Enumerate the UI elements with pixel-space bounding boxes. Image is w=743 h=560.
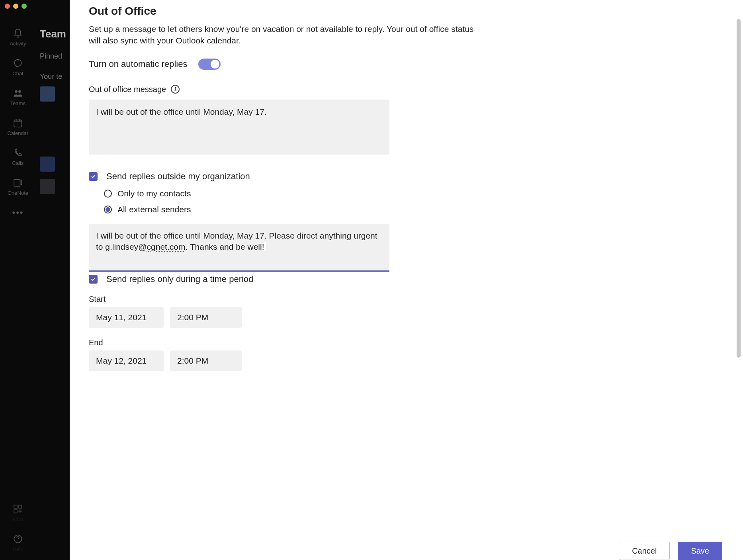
more-icon: •••	[12, 207, 23, 218]
close-window-icon[interactable]	[5, 4, 10, 9]
help-icon	[12, 533, 23, 544]
onenote-icon	[12, 177, 23, 188]
svg-rect-3	[14, 120, 22, 127]
chat-icon	[12, 58, 23, 69]
rail-more[interactable]: •••	[12, 207, 23, 218]
out-of-office-dialog: Out of Office Set up a message to let ot…	[70, 0, 743, 560]
rail-label: OneNote	[8, 190, 28, 196]
info-icon[interactable]: i	[171, 85, 180, 94]
phone-icon	[12, 147, 23, 159]
svg-rect-5	[14, 505, 17, 508]
save-button[interactable]: Save	[678, 542, 722, 560]
rail-label: Chat	[12, 70, 23, 76]
end-date-picker[interactable]: May 12, 2021	[89, 350, 164, 371]
send-outside-label: Send replies outside my organization	[106, 171, 250, 182]
time-period-label: Send replies only during a time period	[106, 274, 253, 284]
ext-msg-misspelled: cgnet.com	[147, 242, 186, 251]
background-app: Activity Chat Teams Calendar	[0, 0, 70, 560]
dialog-title: Out of Office	[89, 5, 491, 18]
radio-all-external-label: All external senders	[117, 205, 191, 214]
svg-point-2	[18, 90, 21, 93]
rail-label: Teams	[10, 100, 25, 106]
bg-yourteams-label: Your te	[40, 72, 66, 81]
start-time-picker[interactable]: 2:00 PM	[170, 307, 242, 328]
team-tile	[40, 179, 55, 194]
start-date-picker[interactable]: May 11, 2021	[89, 307, 164, 328]
ext-msg-text: . Thanks and be well!	[185, 242, 264, 251]
rail-activity[interactable]: Activity	[10, 28, 26, 47]
minimize-window-icon[interactable]	[13, 4, 18, 9]
rail-label: Apps	[12, 516, 24, 522]
auto-replies-toggle[interactable]	[198, 59, 221, 70]
radio-only-contacts-label: Only to my contacts	[117, 189, 191, 198]
rail-teams[interactable]: Teams	[10, 88, 25, 106]
svg-rect-7	[14, 510, 17, 513]
window-controls	[0, 0, 70, 12]
svg-point-0	[14, 59, 21, 66]
ooo-message-input[interactable]	[89, 100, 389, 155]
rail-calendar[interactable]: Calendar	[8, 117, 29, 136]
bell-icon	[12, 28, 23, 39]
bg-teams-list: Team Pinned Your te	[40, 28, 66, 194]
message-label: Out of office message	[89, 85, 166, 94]
text-caret	[264, 242, 265, 251]
rail-onenote[interactable]: OneNote	[8, 177, 28, 196]
team-avatar	[40, 86, 55, 102]
cancel-button[interactable]: Cancel	[619, 542, 670, 560]
end-label: End	[89, 338, 491, 347]
svg-rect-6	[19, 505, 22, 508]
team-tile	[40, 157, 55, 172]
calendar-icon	[12, 117, 23, 129]
svg-rect-4	[14, 179, 20, 186]
radio-only-contacts[interactable]	[104, 190, 112, 198]
rail-label: Calendar	[8, 130, 29, 136]
maximize-window-icon[interactable]	[22, 4, 27, 9]
bg-title: Team	[40, 28, 66, 40]
rail-help[interactable]: Help	[12, 533, 23, 552]
rail-label: Activity	[10, 41, 26, 47]
toggle-knob	[211, 60, 219, 69]
send-outside-checkbox[interactable]	[89, 172, 98, 181]
time-period-checkbox[interactable]	[89, 275, 98, 284]
svg-point-1	[15, 90, 18, 93]
end-time-picker[interactable]: 2:00 PM	[170, 350, 242, 371]
app-rail: Activity Chat Teams Calendar	[0, 20, 36, 218]
rail-apps[interactable]: Apps	[12, 503, 24, 522]
rail-label: Help	[13, 546, 23, 552]
dialog-description: Set up a message to let others know you'…	[89, 23, 483, 47]
start-label: Start	[89, 295, 491, 304]
auto-replies-label: Turn on automatic replies	[89, 59, 187, 69]
scrollbar-thumb[interactable]	[737, 19, 741, 358]
radio-all-external[interactable]	[104, 206, 112, 213]
external-message-input[interactable]: I will be out of the office until Monday…	[89, 224, 389, 272]
rail-label: Calls	[12, 160, 24, 166]
bg-pinned-label: Pinned	[40, 52, 66, 61]
rail-calls[interactable]: Calls	[12, 147, 24, 166]
people-icon	[12, 88, 23, 99]
rail-chat[interactable]: Chat	[12, 58, 23, 76]
apps-icon	[12, 503, 23, 515]
